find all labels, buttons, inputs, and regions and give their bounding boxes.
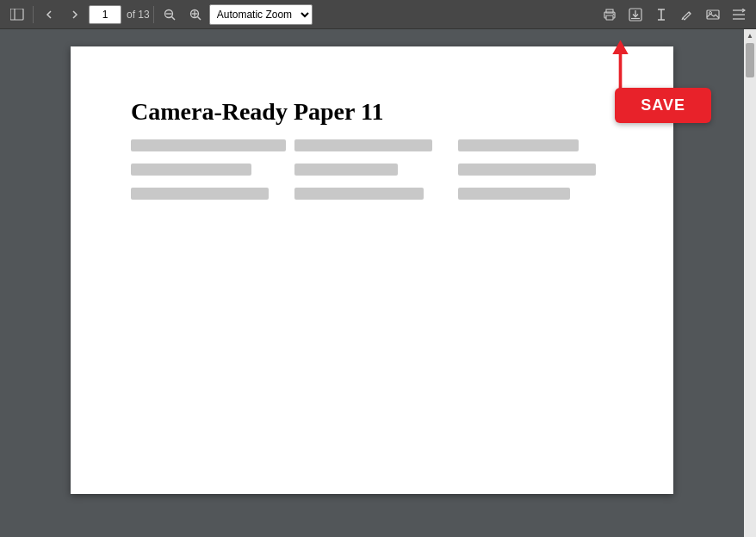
zoom-select[interactable]: Automatic Zoom Actual Size Page Fit Page…: [209, 4, 313, 25]
blurred-text-1: [131, 139, 286, 151]
page-count-label: of 13: [127, 9, 150, 21]
blurred-text-6: [294, 188, 424, 200]
blurred-text-7: [458, 139, 579, 151]
paper-authors-block: [131, 139, 613, 207]
separator-1: [33, 6, 34, 23]
svg-line-19: [689, 12, 691, 14]
svg-point-12: [613, 13, 615, 15]
page-number-input[interactable]: 1: [89, 5, 121, 24]
blurred-text-3: [131, 188, 269, 200]
scroll-up-arrow[interactable]: ▲: [744, 29, 756, 41]
image-tool-button[interactable]: [701, 3, 725, 26]
pdf-toolbar: 1 of 13 Automatic Zoom Actual Size Page …: [0, 0, 756, 29]
main-content: Camera-Ready Paper 11: [0, 29, 756, 537]
scrollbar[interactable]: ▲: [744, 29, 756, 537]
text-tool-button[interactable]: [649, 3, 673, 26]
blurred-text-2: [131, 164, 251, 176]
separator-2: [153, 6, 154, 23]
zoom-out-button[interactable]: [158, 3, 182, 26]
zoom-in-button[interactable]: [183, 3, 208, 26]
save-button[interactable]: SAVE: [615, 88, 711, 123]
more-tools-button[interactable]: [727, 3, 751, 26]
next-page-button[interactable]: [63, 3, 87, 26]
download-button[interactable]: [623, 3, 648, 26]
pdf-page: Camera-Ready Paper 11: [71, 46, 673, 494]
print-button[interactable]: [598, 3, 622, 26]
paper-title: Camera-Ready Paper 11: [131, 98, 613, 126]
annotate-button[interactable]: [675, 3, 699, 26]
prev-page-button[interactable]: [37, 3, 61, 26]
blurred-text-5: [294, 164, 398, 176]
svg-line-4: [171, 16, 175, 20]
svg-line-8: [197, 16, 201, 20]
toggle-sidebar-button[interactable]: [5, 3, 29, 26]
svg-rect-0: [10, 9, 23, 20]
blurred-text-9: [458, 188, 570, 200]
blurred-text-8: [458, 164, 596, 176]
svg-rect-10: [606, 15, 613, 20]
blurred-text-4: [294, 139, 432, 151]
svg-line-20: [682, 18, 683, 20]
scroll-thumb[interactable]: [746, 43, 754, 77]
svg-rect-21: [707, 10, 719, 19]
